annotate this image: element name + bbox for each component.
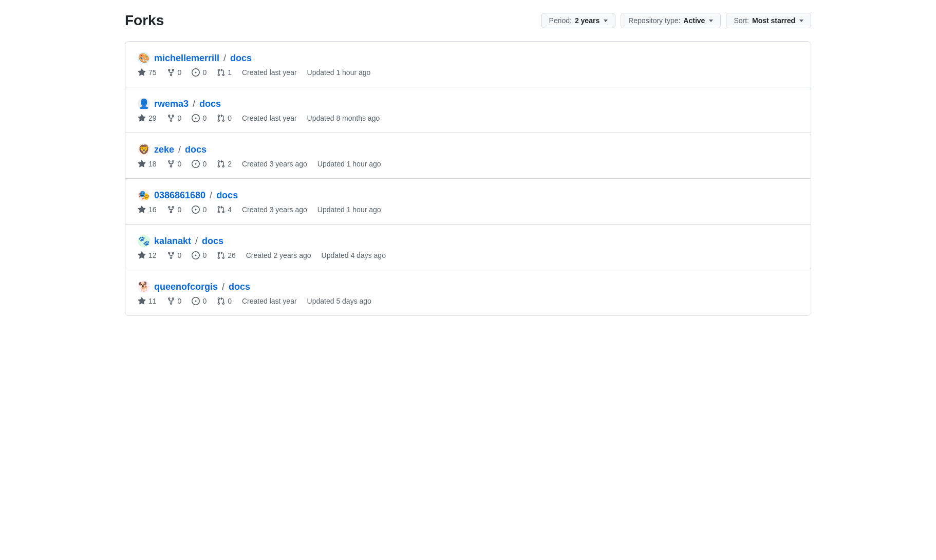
pr-count: 2 bbox=[217, 160, 232, 168]
avatar: 🐕 bbox=[138, 281, 150, 293]
fork-repo-link[interactable]: docs bbox=[202, 236, 223, 247]
created-text: Created 2 years ago bbox=[246, 251, 311, 259]
updated-text: Updated 1 hour ago bbox=[317, 160, 381, 168]
page-title: Forks bbox=[125, 12, 164, 29]
fork-icon bbox=[167, 114, 175, 122]
period-filter[interactable]: Period: 2 years bbox=[541, 13, 616, 28]
pr-icon bbox=[217, 251, 225, 259]
fork-icon bbox=[167, 68, 175, 77]
updated-text: Updated 4 days ago bbox=[322, 251, 386, 259]
issue-icon bbox=[192, 297, 200, 305]
star-icon bbox=[138, 251, 146, 259]
fork-repo-link[interactable]: docs bbox=[230, 53, 252, 64]
fork-count: 0 bbox=[167, 297, 182, 305]
fork-user-link[interactable]: michellemerrill bbox=[154, 53, 219, 64]
chevron-down-icon bbox=[709, 20, 713, 22]
issue-icon bbox=[192, 114, 200, 122]
avatar: 🎨 bbox=[138, 52, 150, 64]
avatar: 🐾 bbox=[138, 235, 150, 247]
repo-type-filter[interactable]: Repository type: Active bbox=[621, 13, 721, 28]
fork-separator: / bbox=[222, 282, 224, 292]
fork-user-link[interactable]: rwema3 bbox=[154, 99, 189, 109]
fork-name-row: 👤 rwema3 / docs bbox=[138, 98, 798, 110]
updated-text: Updated 1 hour ago bbox=[307, 68, 371, 77]
fork-name-row: 🎨 michellemerrill / docs bbox=[138, 52, 798, 64]
star-count: 18 bbox=[138, 160, 157, 168]
updated-text: Updated 1 hour ago bbox=[317, 206, 381, 214]
fork-user-link[interactable]: 0386861680 bbox=[154, 190, 205, 201]
fork-icon bbox=[167, 206, 175, 214]
pr-icon bbox=[217, 206, 225, 214]
fork-stats: 16 0 0 4 Created 3 years ago Updated 1 h… bbox=[138, 206, 798, 214]
fork-icon bbox=[167, 251, 175, 259]
fork-stats: 11 0 0 0 Created last year Updated 5 day… bbox=[138, 297, 798, 305]
issue-count: 0 bbox=[192, 251, 207, 259]
pr-icon bbox=[217, 160, 225, 168]
pr-count: 0 bbox=[217, 114, 232, 122]
avatar: 🎭 bbox=[138, 189, 150, 201]
star-count: 16 bbox=[138, 206, 157, 214]
star-icon bbox=[138, 297, 146, 305]
star-icon bbox=[138, 160, 146, 168]
page-header: Forks Period: 2 years Repository type: A… bbox=[125, 12, 811, 29]
fork-user-link[interactable]: queenofcorgis bbox=[154, 282, 218, 292]
repo-type-value: Active bbox=[683, 16, 705, 25]
fork-separator: / bbox=[193, 99, 195, 109]
fork-repo-link[interactable]: docs bbox=[229, 282, 250, 292]
fork-user-link[interactable]: kalanakt bbox=[154, 236, 191, 247]
issue-icon bbox=[192, 251, 200, 259]
star-count: 29 bbox=[138, 114, 157, 122]
repo-type-label: Repository type: bbox=[628, 16, 680, 25]
fork-item: 🐾 kalanakt / docs 12 0 0 26 Crea bbox=[125, 225, 811, 270]
fork-name-row: 🐾 kalanakt / docs bbox=[138, 235, 798, 247]
avatar: 🦁 bbox=[138, 143, 150, 156]
created-text: Created 3 years ago bbox=[242, 160, 307, 168]
issue-count: 0 bbox=[192, 297, 207, 305]
pr-count: 1 bbox=[217, 68, 232, 77]
fork-repo-link[interactable]: docs bbox=[216, 190, 238, 201]
filter-bar: Period: 2 years Repository type: Active … bbox=[541, 13, 811, 28]
fork-item: 🎨 michellemerrill / docs 75 0 0 1 bbox=[125, 42, 811, 87]
period-label: Period: bbox=[549, 16, 572, 25]
fork-repo-link[interactable]: docs bbox=[199, 99, 221, 109]
fork-count: 0 bbox=[167, 68, 182, 77]
star-icon bbox=[138, 114, 146, 122]
issue-icon bbox=[192, 68, 200, 77]
created-text: Created last year bbox=[242, 114, 297, 122]
issue-count: 0 bbox=[192, 206, 207, 214]
sort-label: Sort: bbox=[734, 16, 749, 25]
pr-count: 0 bbox=[217, 297, 232, 305]
star-count: 75 bbox=[138, 68, 157, 77]
star-count: 11 bbox=[138, 297, 157, 305]
pr-count: 4 bbox=[217, 206, 232, 214]
pr-count: 26 bbox=[217, 251, 236, 259]
issue-count: 0 bbox=[192, 114, 207, 122]
issue-count: 0 bbox=[192, 68, 207, 77]
fork-count: 0 bbox=[167, 251, 182, 259]
fork-stats: 29 0 0 0 Created last year Updated 8 mon… bbox=[138, 114, 798, 122]
created-text: Created last year bbox=[242, 68, 297, 77]
fork-icon bbox=[167, 160, 175, 168]
fork-name-row: 🦁 zeke / docs bbox=[138, 143, 798, 156]
sort-filter[interactable]: Sort: Most starred bbox=[726, 13, 811, 28]
issue-icon bbox=[192, 206, 200, 214]
fork-icon bbox=[167, 297, 175, 305]
fork-item: 🦁 zeke / docs 18 0 0 2 Created 3 bbox=[125, 133, 811, 179]
fork-name-row: 🎭 0386861680 / docs bbox=[138, 189, 798, 201]
star-icon bbox=[138, 206, 146, 214]
star-count: 12 bbox=[138, 251, 157, 259]
fork-repo-link[interactable]: docs bbox=[185, 144, 207, 155]
fork-separator: / bbox=[210, 190, 212, 201]
pr-icon bbox=[217, 297, 225, 305]
created-text: Created last year bbox=[242, 297, 297, 305]
fork-separator: / bbox=[195, 236, 198, 247]
issue-count: 0 bbox=[192, 160, 207, 168]
avatar: 👤 bbox=[138, 98, 150, 110]
fork-item: 👤 rwema3 / docs 29 0 0 0 Created bbox=[125, 87, 811, 133]
fork-stats: 75 0 0 1 Created last year Updated 1 hou… bbox=[138, 68, 798, 77]
chevron-down-icon bbox=[604, 20, 608, 22]
fork-user-link[interactable]: zeke bbox=[154, 144, 174, 155]
created-text: Created 3 years ago bbox=[242, 206, 307, 214]
star-icon bbox=[138, 68, 146, 77]
fork-count: 0 bbox=[167, 206, 182, 214]
